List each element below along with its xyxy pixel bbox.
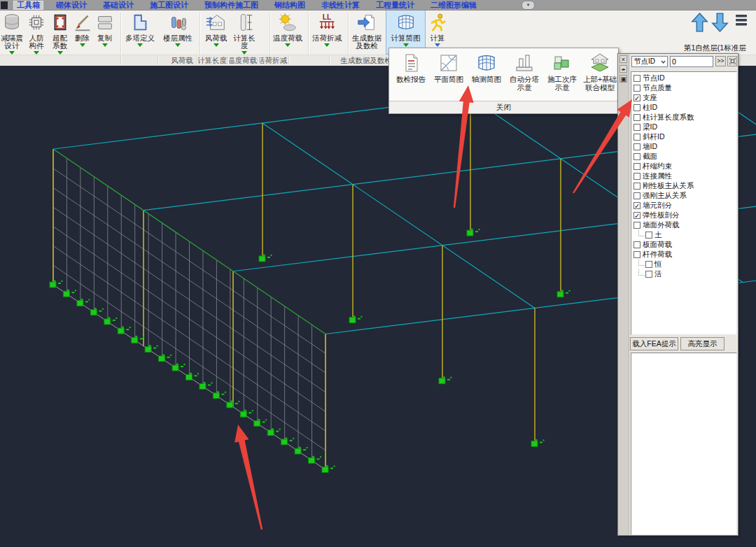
up-arrow-icon[interactable] [691,13,708,35]
checkbox-unchecked[interactable] [634,134,640,141]
toolbar-button-label: 减隔震 设计 [0,34,24,50]
flyout-item-4[interactable]: 自动分塔 示意 [506,51,542,92]
display-option-row[interactable]: 强刚主从关系 [631,191,736,201]
load-fea-button[interactable]: 载入FEA提示 [630,337,678,350]
dropdown-arrow-icon[interactable] [175,43,181,47]
dropdown-arrow-icon[interactable] [435,43,440,47]
display-option-row[interactable]: 截面 [631,152,736,162]
display-option-label: 恒 [654,260,662,269]
display-option-row[interactable]: 连接属性 [631,171,736,181]
item-type-select[interactable]: 节点ID [631,56,668,67]
checkbox-unchecked[interactable] [634,75,640,82]
flyout-item-3[interactable]: 轴测简图 [468,51,505,83]
display-option-row[interactable]: 柱计算长度系数 [631,113,736,122]
display-option-label: 节点质量 [643,83,672,93]
checkbox-unchecked[interactable] [634,251,640,258]
display-option-row[interactable]: 活 [631,269,736,279]
checkbox-checked[interactable]: ✓ [634,94,640,101]
display-option-row[interactable]: 墙面外荷载 [631,220,736,230]
dropdown-arrow-icon[interactable] [137,43,143,47]
flyout-item-label: 自动分塔 示意 [506,75,542,92]
dropdown-arrow-icon[interactable] [285,43,290,47]
highlight-button[interactable]: 高亮显示 [680,337,724,350]
item-id-input[interactable] [670,56,713,67]
flyout-item-label: 上部+基础 联合模型 [582,75,618,92]
checkbox-unchecked[interactable] [634,183,640,190]
housebase-icon [582,51,618,75]
checkbox-unchecked[interactable] [634,124,640,131]
menu-tab-5[interactable]: 预制构件施工图 [201,1,262,10]
display-option-row[interactable]: 节点质量 [631,83,736,93]
display-option-row[interactable]: 刚性板主从关系 [631,181,736,191]
checkbox-unchecked[interactable] [645,232,652,239]
toolbar-button-10[interactable]: 温度荷载 [272,10,304,54]
dropdown-arrow-icon[interactable] [214,43,219,47]
checkbox-unchecked[interactable] [645,271,652,278]
display-option-row[interactable]: 杆件荷载 [631,250,736,260]
checkbox-unchecked[interactable] [634,85,640,92]
display-option-row[interactable]: 杆端约束 [631,162,736,171]
flyout-item-1[interactable]: 数检报告 [393,51,429,83]
checkbox-unchecked[interactable] [634,104,640,111]
display-option-row[interactable]: ✓弹性板剖分 [631,211,736,220]
toolbar-button-2[interactable]: 人防 构件 [24,10,48,54]
display-option-row[interactable]: ✓支座 [631,93,736,103]
dropdown-arrow-icon[interactable] [403,43,409,47]
display-option-row[interactable]: 柱ID [631,103,736,113]
chevron-circle-icon[interactable]: ▾ [522,1,535,10]
display-option-row[interactable]: 梁ID [631,122,736,132]
checkbox-unchecked[interactable] [645,261,652,268]
toolbar-button-6[interactable]: 多塔定义 [124,10,156,54]
dropdown-arrow-icon[interactable] [102,43,108,47]
expand-button[interactable]: >> [715,56,726,66]
toolbar-button-9[interactable]: 计算长度 [231,10,258,54]
display-option-row[interactable]: 斜杆ID [631,132,736,142]
display-option-row[interactable]: 墙ID [631,142,736,152]
flyout-item-2[interactable]: 平面简图 [430,51,467,83]
display-option-row[interactable]: 板面荷载 [631,240,736,250]
checkbox-checked[interactable]: ✓ [634,212,640,219]
autohide-icon[interactable]: ◂▸ [620,65,627,73]
menu-tab-9[interactable]: 二维图形编辑 [427,1,480,10]
checkbox-unchecked[interactable] [634,192,640,199]
close-icon[interactable]: × [620,55,627,63]
checkbox-unchecked[interactable] [634,173,640,180]
menu-tab-3[interactable]: 基础设计 [99,1,137,10]
menu-tab-8[interactable]: 工程量统计 [372,1,418,10]
toolbar-button-1[interactable]: 减隔震 设计 [0,10,24,54]
down-arrow-icon[interactable] [711,13,729,35]
checkbox-unchecked[interactable] [634,222,640,229]
checkbox-unchecked[interactable] [634,153,640,160]
checkbox-checked[interactable]: ✓ [634,202,640,209]
display-option-row[interactable]: ✓墙元剖分 [631,201,736,211]
toolbar-button-label: 人防 构件 [24,34,48,50]
checkbox-unchecked[interactable] [634,114,640,121]
toolbar-button-4[interactable]: 删除 [71,10,93,54]
toolbar-button-5[interactable]: 复制 [94,10,115,54]
flyout-item-5[interactable]: 施工次序 示意 [544,51,580,92]
menu-tab-4[interactable]: 施工图设计 [146,1,192,10]
dock-icon[interactable]: ▣ [620,75,627,83]
dropdown-arrow-icon[interactable] [80,43,85,47]
checkbox-unchecked[interactable] [634,241,640,248]
toolbar-button-7[interactable]: 楼层属性 [161,10,195,54]
toolbar-button-12[interactable]: 生成数据 及数检 [350,10,384,54]
flyout-close-button[interactable]: 关闭 [389,101,618,113]
zoom-extents-icon[interactable] [727,56,737,66]
checkbox-unchecked[interactable] [634,143,640,150]
flyout-item-6[interactable]: 上部+基础 联合模型 [582,51,618,92]
display-option-row[interactable]: 节点ID [631,73,736,83]
dropdown-arrow-icon[interactable] [324,43,330,47]
display-option-row[interactable]: 土 [631,230,736,240]
hamburger-icon[interactable] [734,12,748,33]
menu-tab-7[interactable]: 非线性计算 [318,1,363,10]
toolbar-button-11[interactable]: LL活荷折减 [312,10,342,54]
menu-tab-2[interactable]: 砌体设计 [52,1,90,10]
menu-tab-1[interactable]: 工具箱 [13,1,43,10]
menu-tab-6[interactable]: 钢结构图 [271,1,309,10]
display-option-row[interactable]: 恒 [631,260,736,269]
toolbar-button-8[interactable]: 风荷载 [202,10,230,54]
toolbar-button-3[interactable]: 超配 系数 [49,10,71,54]
checkbox-unchecked[interactable] [634,163,640,170]
display-option-label: 柱ID [643,103,657,113]
